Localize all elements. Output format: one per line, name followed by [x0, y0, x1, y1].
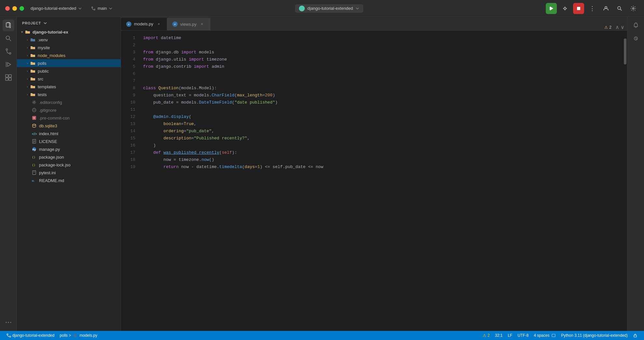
folder-tests-icon — [30, 92, 36, 97]
tree-item-mysite[interactable]: mysite — [17, 44, 121, 51]
status-lock-icon-item[interactable] — [630, 331, 640, 340]
pre-commit-label: .pre-commit-con — [39, 116, 70, 120]
indent-icon — [551, 333, 556, 338]
editor-area: P models.py × P views.py × ⚠ 2 — [121, 17, 627, 331]
svg-point-1 — [94, 9, 95, 10]
status-position[interactable]: 32:1 — [492, 331, 505, 340]
branch-selector[interactable]: main — [91, 6, 113, 11]
code-line — [143, 42, 623, 49]
svg-rect-4 — [577, 7, 580, 10]
tree-item-polls[interactable]: polls — [17, 59, 121, 67]
tree-item-db-sqlite[interactable]: db.sqlite3 — [17, 122, 121, 130]
tree-item-pre-commit[interactable]: Y .pre-commit-con — [17, 114, 121, 122]
svg-point-49 — [74, 334, 77, 337]
prev-warning-button[interactable]: ∧ — [615, 24, 619, 30]
editor-scrollbar[interactable] — [623, 31, 627, 331]
source-control-activity-icon[interactable] — [3, 46, 14, 57]
status-position-text: 32:1 — [495, 333, 503, 338]
more-activity-icon[interactable] — [3, 317, 14, 328]
line-number: 18 — [121, 156, 141, 163]
tab-views-close-button[interactable]: × — [199, 21, 205, 27]
user-icon[interactable] — [600, 3, 611, 14]
tree-item-readme[interactable]: M↓ README.md — [17, 177, 121, 184]
chevron-down-icon — [20, 29, 25, 35]
status-branch-icon — [7, 333, 11, 338]
tab-models-py-label: models.py — [134, 21, 153, 26]
editor-content: 12345678910111213141516171819 import dat… — [121, 31, 627, 331]
svg-point-21 — [10, 322, 11, 323]
settings-button[interactable] — [628, 3, 639, 14]
status-encoding[interactable]: UTF-8 — [515, 331, 531, 340]
tree-item-node-modules[interactable]: node_modules — [17, 51, 121, 59]
traffic-lights — [5, 6, 24, 11]
tree-item-package-json[interactable]: {} package.json — [17, 153, 121, 161]
maximize-window-button[interactable] — [20, 6, 24, 11]
tab-models-py[interactable]: P models.py × — [121, 18, 167, 30]
src-label: src — [38, 77, 43, 81]
svg-point-19 — [6, 322, 7, 323]
search-header-icon — [617, 6, 623, 11]
tree-item-editorconfig[interactable]: .editorconfig — [17, 98, 121, 106]
chevron-right-icon — [25, 61, 30, 66]
status-branch-text: django-tutorial-extended — [12, 333, 54, 338]
tree-item-pytest[interactable]: pytest.ini — [17, 169, 121, 177]
python-file-icon-2: P — [172, 21, 178, 27]
svg-text:P: P — [174, 23, 176, 25]
db-sqlite-label: db.sqlite3 — [39, 123, 57, 128]
more-options-button[interactable]: ⋮ — [587, 3, 598, 14]
status-line-ending[interactable]: LF — [505, 331, 515, 340]
tree-item-public[interactable]: public — [17, 67, 121, 75]
root-folder-label: django-tutorial-ex — [33, 30, 68, 35]
tree-item-gitignore[interactable]: .gitignore — [17, 106, 121, 114]
person-icon — [603, 6, 609, 11]
status-warnings-item[interactable]: ⚠ 2 — [480, 331, 492, 340]
tree-item-tests[interactable]: tests — [17, 91, 121, 98]
title-center-actions: django-tutorial-extended — [295, 4, 363, 13]
extensions-activity-icon[interactable] — [3, 72, 14, 83]
search-activity-icon[interactable] — [3, 33, 14, 44]
tree-item-index-html[interactable]: </> index.html — [17, 130, 121, 137]
close-window-button[interactable] — [5, 6, 10, 11]
warning-icon: ⚠ — [604, 25, 608, 30]
folder-open-icon — [25, 29, 31, 35]
run-debug-activity-icon[interactable] — [3, 59, 14, 70]
project-title[interactable]: django-tutorial-extended — [31, 6, 82, 11]
public-label: public — [38, 69, 49, 74]
next-warning-button[interactable]: ∨ — [621, 24, 624, 30]
minimize-window-button[interactable] — [12, 6, 17, 11]
scrollbar-thumb[interactable] — [624, 38, 626, 64]
svg-text:M↓: M↓ — [32, 180, 35, 182]
debug-button[interactable] — [559, 3, 570, 14]
notifications-icon[interactable] — [630, 20, 642, 31]
repo-chevron-icon — [356, 7, 359, 10]
tree-item-root[interactable]: django-tutorial-ex — [17, 28, 121, 36]
svg-marker-14 — [7, 63, 11, 66]
run-button[interactable] — [546, 3, 557, 14]
explorer-activity-icon[interactable] — [3, 20, 14, 31]
warnings-indicator[interactable]: ⚠ 2 — [604, 25, 611, 30]
tab-views-py[interactable]: P views.py × — [167, 18, 210, 30]
tree-item-templates[interactable]: templates — [17, 83, 121, 91]
stop-button[interactable] — [573, 3, 584, 14]
sidebar-file-tree[interactable]: django-tutorial-ex .venv mysite — [17, 28, 121, 331]
line-number: 10 — [121, 99, 141, 106]
file-red-icon: Y — [31, 115, 37, 121]
search-header-button[interactable] — [614, 3, 625, 14]
tree-item-license[interactable]: LICENSE — [17, 137, 121, 145]
code-editor[interactable]: import datetime from django.db import mo… — [141, 31, 623, 331]
tree-item-package-lock[interactable]: {} package-lock.jso — [17, 161, 121, 169]
tree-item-venv[interactable]: .venv — [17, 36, 121, 44]
status-indent[interactable]: 4 spaces — [531, 331, 558, 340]
status-language[interactable]: Python 3.11 (django-tutorial-extended) — [558, 331, 630, 340]
file-html-icon: </> — [31, 131, 37, 136]
chevron-right-icon — [25, 45, 30, 50]
code-line — [143, 70, 623, 78]
tree-item-src[interactable]: src — [17, 75, 121, 83]
repo-button[interactable]: django-tutorial-extended — [295, 4, 363, 13]
tab-models-close-button[interactable]: × — [156, 21, 162, 27]
svg-point-48 — [9, 336, 11, 337]
git-history-icon[interactable] — [630, 33, 642, 44]
status-branch-item[interactable]: django-tutorial-extended — [4, 331, 57, 340]
tree-item-manage-py[interactable]: Py manage.py — [17, 145, 121, 153]
status-breadcrumb[interactable]: polls > models.py — [57, 331, 100, 340]
